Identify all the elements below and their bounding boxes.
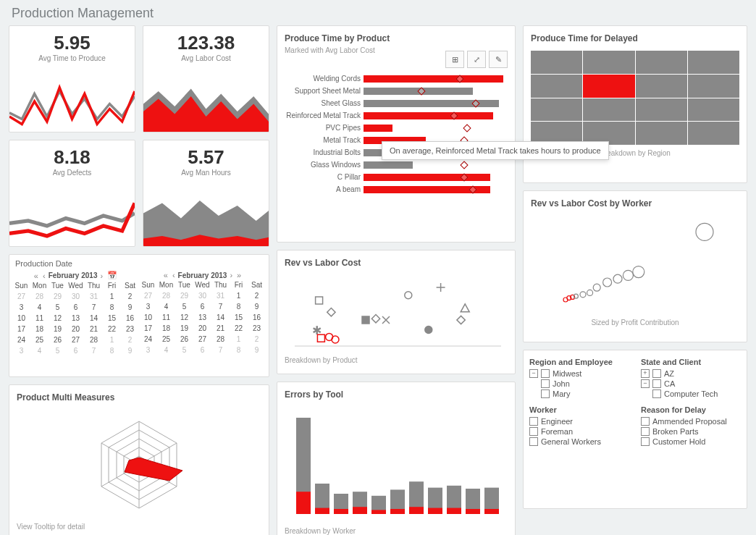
collapse-icon[interactable]: − — [641, 379, 650, 388]
cal-day[interactable]: 10 — [12, 313, 30, 324]
bar-row[interactable]: Reinforced Metal Track — [285, 111, 508, 119]
cal-day[interactable]: 4 — [157, 301, 175, 312]
cal-day[interactable]: 27 — [193, 334, 211, 345]
cal-day[interactable]: 27 — [67, 334, 85, 345]
filter-item[interactable]: John — [541, 379, 629, 388]
kpi-defects[interactable]: 8.18 Avg Defects — [9, 140, 135, 247]
filter-item[interactable]: Mary — [541, 389, 629, 398]
cal-first-icon[interactable]: « — [162, 271, 169, 279]
bar-row[interactable]: Sheet Glass — [285, 99, 508, 107]
filter-item[interactable]: Engineer — [529, 417, 629, 426]
cal-day[interactable]: 30 — [67, 291, 85, 302]
cal-day[interactable]: 17 — [139, 323, 157, 334]
cal-day[interactable]: 2 — [248, 334, 266, 345]
cal-day[interactable]: 5 — [175, 301, 193, 312]
cal-day[interactable]: 22 — [103, 324, 121, 334]
checkbox[interactable] — [652, 369, 661, 378]
cal-day[interactable]: 24 — [12, 334, 30, 345]
cal-day[interactable]: 3 — [12, 345, 30, 356]
filter-item[interactable]: +AZ — [641, 369, 741, 378]
cal-day[interactable]: 7 — [211, 301, 230, 312]
collapse-icon[interactable]: − — [529, 369, 538, 378]
cal-day[interactable]: 10 — [139, 312, 157, 323]
cal-day[interactable]: 29 — [49, 291, 67, 302]
rev-vs-labor-worker-panel[interactable]: Rev vs Labor Cost by Worker Sized by Pro… — [523, 190, 747, 342]
filter-item[interactable]: Computer Tech — [652, 389, 741, 398]
checkbox[interactable] — [541, 379, 550, 388]
cal-day[interactable]: 21 — [211, 323, 230, 334]
cal-day[interactable]: 13 — [193, 312, 211, 323]
cal-first-icon[interactable]: « — [33, 271, 40, 280]
cal-day[interactable]: 25 — [30, 334, 49, 345]
expand-button[interactable]: ⤢ — [467, 51, 486, 68]
cal-day[interactable]: 2 — [248, 290, 266, 301]
filter-item[interactable]: −CA — [641, 379, 741, 388]
bar-row[interactable]: PVC Pipes — [285, 124, 508, 132]
controls-button[interactable]: ⊞ — [445, 51, 464, 68]
radar-panel[interactable]: Product Multi Measures — [9, 384, 269, 535]
cal-day[interactable]: 9 — [248, 301, 266, 312]
cal-day[interactable]: 9 — [248, 345, 266, 355]
cal-day[interactable]: 28 — [211, 334, 230, 345]
checkbox[interactable] — [529, 427, 538, 436]
filter-item[interactable]: −Midwest — [529, 369, 629, 378]
cal-day[interactable]: 20 — [193, 323, 211, 334]
kpi-labor-cost[interactable]: 123.38 Avg Labor Cost — [143, 25, 269, 132]
bar-row[interactable]: Welding Cords — [285, 75, 508, 83]
cal-day[interactable]: 4 — [157, 345, 175, 355]
errors-panel[interactable]: Errors by Tool Breakdown by Worker — [277, 382, 516, 535]
cal-day[interactable]: 27 — [12, 291, 30, 302]
cal-day[interactable]: 2 — [121, 334, 139, 345]
cal-day[interactable]: 7 — [211, 345, 230, 355]
cal-day[interactable]: 1 — [103, 291, 121, 302]
cal-next-icon[interactable]: › — [98, 271, 104, 280]
kpi-man-hours[interactable]: 5.57 Avg Man Hours — [143, 140, 269, 247]
cal-day[interactable]: 5 — [49, 345, 67, 356]
cal-day[interactable]: 13 — [67, 313, 85, 324]
cal-day[interactable]: 29 — [175, 290, 193, 301]
cal-day[interactable]: 23 — [248, 323, 266, 334]
filter-item[interactable]: Customer Hold — [641, 437, 741, 446]
cal-day[interactable]: 26 — [49, 334, 67, 345]
cal-day[interactable]: 3 — [12, 302, 30, 313]
checkbox[interactable] — [529, 437, 538, 446]
cal-day[interactable]: 1 — [230, 290, 248, 301]
cal-day[interactable]: 26 — [175, 334, 193, 345]
cal-day[interactable]: 19 — [175, 323, 193, 334]
cal-day[interactable]: 5 — [175, 345, 193, 355]
cal-day[interactable]: 11 — [30, 313, 49, 324]
cal-day[interactable]: 14 — [211, 312, 230, 323]
cal-day[interactable]: 6 — [193, 345, 211, 355]
expand-icon[interactable]: + — [641, 369, 650, 378]
cal-day[interactable]: 6 — [67, 302, 85, 313]
bar-row[interactable]: C Pillar — [285, 173, 508, 181]
cal-day[interactable]: 9 — [121, 302, 139, 313]
checkbox[interactable] — [652, 389, 661, 398]
cal-day[interactable]: 4 — [30, 302, 49, 313]
cal-day[interactable]: 8 — [103, 345, 121, 356]
cal-day[interactable]: 28 — [157, 290, 175, 301]
cal-day[interactable]: 30 — [193, 290, 211, 301]
kpi-avg-time[interactable]: 5.95 Avg Time to Produce — [9, 25, 135, 132]
cal-day[interactable]: 11 — [157, 312, 175, 323]
cal-day[interactable]: 22 — [230, 323, 248, 334]
cal-day[interactable]: 19 — [49, 324, 67, 334]
filter-item[interactable]: Foreman — [529, 427, 629, 436]
cal-day[interactable]: 31 — [211, 290, 230, 301]
cal-day[interactable]: 18 — [30, 324, 49, 334]
cal-day[interactable]: 2 — [121, 291, 139, 302]
produce-time-panel[interactable]: Produce Time by Product Marked with Avg … — [277, 25, 516, 243]
bar-row[interactable]: Glass Windows — [285, 161, 508, 169]
edit-button[interactable]: ✎ — [489, 51, 508, 68]
cal-day[interactable]: 3 — [139, 301, 157, 312]
cal-day[interactable]: 14 — [85, 313, 103, 324]
cal-day[interactable]: 28 — [30, 291, 49, 302]
cal-day[interactable]: 15 — [230, 312, 248, 323]
checkbox[interactable] — [641, 427, 650, 436]
checkbox[interactable] — [541, 369, 550, 378]
cal-day[interactable]: 21 — [85, 324, 103, 334]
cal-day[interactable]: 6 — [193, 301, 211, 312]
cal-last-icon[interactable]: » — [235, 271, 243, 279]
cal-day[interactable]: 6 — [67, 345, 85, 356]
cal-day[interactable]: 9 — [121, 345, 139, 356]
